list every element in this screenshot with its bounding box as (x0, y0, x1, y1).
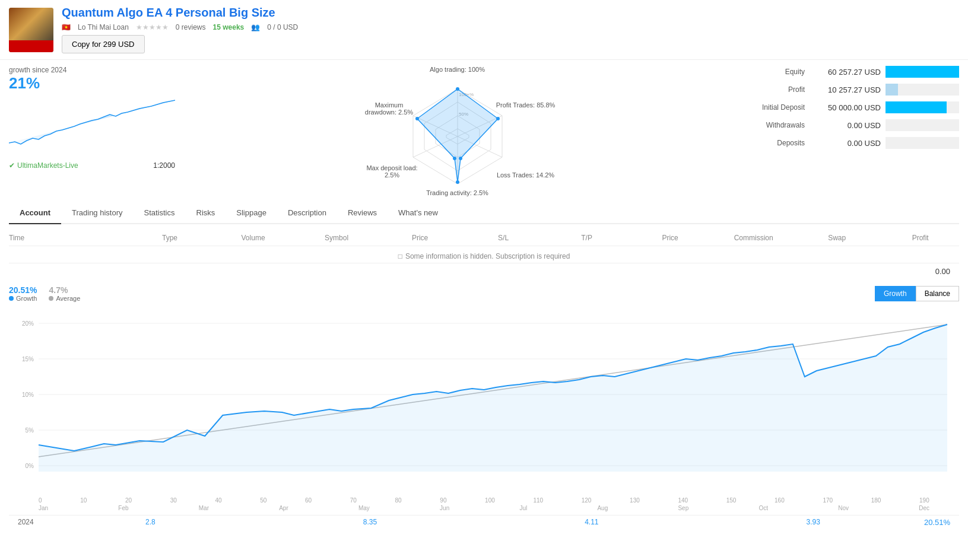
radar-chart: 50% 100+% (398, 83, 517, 190)
col-tp: T/P (548, 234, 626, 242)
col-price1: Price (381, 234, 459, 242)
withdrawals-bar-wrap (886, 119, 959, 131)
tab-trading-history[interactable]: Trading history (61, 202, 134, 224)
col-volume: Volume (214, 234, 292, 242)
growth-stat-label: Growth (9, 295, 37, 302)
footer-row: 2024 2.8 8.35 4.11 3.93 20.51% (9, 515, 959, 529)
footer-val-4: 3.93 (807, 518, 820, 527)
svg-marker-29 (39, 324, 947, 472)
equity-value: 60 257.27 USD (810, 68, 881, 77)
growth-dot (9, 296, 14, 301)
svg-point-16 (453, 157, 456, 160)
avg-dot (49, 296, 53, 301)
footer-val-1: 2.8 (145, 518, 155, 527)
col-price2: Price (631, 234, 709, 242)
managed-icon: 👥 (251, 23, 260, 31)
deposits-label: Deposits (740, 139, 805, 147)
svg-point-15 (456, 180, 459, 184)
svg-point-14 (459, 157, 462, 160)
author-name: Lo Thi Mai Loan (78, 23, 129, 31)
svg-text:5%: 5% (26, 427, 34, 434)
withdrawals-label: Withdrawals (740, 121, 805, 129)
initial-label: Initial Deposit (740, 103, 805, 112)
metric-initial: Initial Deposit 50 000.00 USD (740, 101, 959, 113)
footer-val-2: 8.35 (363, 518, 377, 527)
tab-description[interactable]: Description (277, 202, 337, 224)
tabs-container: Account Trading history Statistics Risks… (9, 202, 959, 224)
footer-val-3: 4.11 (585, 518, 598, 527)
page-title: Quantum Algo EA 4 Personal Big Size (62, 6, 959, 20)
avg-stat: 4.7% Average (49, 285, 80, 302)
growth-stat: 20.51% Growth (9, 285, 37, 302)
x-axis-numbers: 01020304050 60708090100110 1201301401501… (9, 497, 959, 504)
chart-buttons: Growth Balance (875, 286, 959, 301)
svg-point-17 (415, 117, 419, 120)
profit-bar-wrap (886, 84, 959, 96)
header-info: Quantum Algo EA 4 Personal Big Size 🇻🇳 L… (62, 6, 959, 53)
profit-bar (886, 84, 898, 96)
svg-point-12 (456, 87, 459, 91)
metric-deposits: Deposits 0.00 USD (740, 137, 959, 149)
balance-button[interactable]: Balance (916, 286, 959, 301)
avg-stat-label: Average (49, 295, 80, 302)
tab-slippage[interactable]: Slippage (226, 202, 277, 224)
tab-reviews[interactable]: Reviews (337, 202, 388, 224)
leverage-value: 1:2000 (153, 161, 175, 170)
svg-point-13 (496, 117, 500, 120)
copy-button[interactable]: Copy for 299 USD (62, 35, 145, 53)
col-swap: Swap (798, 234, 876, 242)
header-meta: 🇻🇳 Lo Thi Mai Loan ★★★★★ 0 reviews 15 we… (62, 23, 959, 31)
metric-equity: Equity 60 257.27 USD (740, 66, 959, 78)
growth-percent-value: 21% (9, 74, 175, 93)
growth-chart-svg: 20% 15% 10% 5% 0% (9, 306, 959, 495)
equity-label: Equity (740, 68, 805, 76)
tab-account[interactable]: Account (9, 202, 61, 224)
broker-info: ✔ UltimaMarkets-Live 1:2000 (9, 161, 175, 170)
col-type: Type (131, 234, 209, 242)
mini-chart (9, 96, 175, 155)
avatar (9, 8, 53, 52)
header: Quantum Algo EA 4 Personal Big Size 🇻🇳 L… (0, 0, 968, 60)
profit-value: 10 257.27 USD (810, 85, 881, 94)
metric-withdrawals: Withdrawals 0.00 USD (740, 119, 959, 131)
metric-profit: Profit 10 257.27 USD (740, 84, 959, 96)
col-symbol: Symbol (298, 234, 376, 242)
reviews-count: 0 reviews (176, 23, 206, 31)
growth-since-label: growth since 2024 (9, 66, 175, 74)
svg-text:10%: 10% (22, 392, 34, 398)
tab-risks[interactable]: Risks (186, 202, 226, 224)
check-icon: ✔ (9, 161, 15, 170)
hidden-info: Some information is hidden. Subscription… (9, 246, 959, 263)
tab-whats-new[interactable]: What's new (388, 202, 449, 224)
star-icons: ★★★★★ (136, 23, 169, 31)
footer-year: 2024 (18, 518, 42, 527)
footer-vals: 2.8 8.35 4.11 3.93 (42, 518, 924, 527)
radar-label-activity: Trading activity: 2.5% (426, 189, 488, 196)
chart-controls: 20.51% Growth 4.7% Average Growth Balanc… (9, 285, 959, 302)
table-header: Time Type Volume Symbol Price S/L T/P Pr… (9, 230, 959, 246)
initial-bar-wrap (886, 101, 959, 113)
avg-stat-value: 4.7% (49, 285, 80, 295)
col-commission: Commission (715, 234, 792, 242)
initial-bar (886, 101, 947, 113)
main-content: growth since 2024 21% ✔ UltimaMarkets-Li… (0, 60, 968, 202)
withdrawals-value: 0.00 USD (810, 121, 881, 130)
col-time: Time (9, 234, 125, 242)
weeks-badge: 15 weeks (213, 23, 245, 31)
equity-bar (886, 66, 959, 78)
table-section: Time Type Volume Symbol Price S/L T/P Pr… (0, 230, 968, 279)
growth-stat-value: 20.51% (9, 285, 37, 295)
broker-name: ✔ UltimaMarkets-Live (9, 161, 78, 170)
svg-marker-11 (417, 89, 498, 182)
managed-value: 0 / 0 USD (267, 23, 298, 31)
radar-panel: Algo trading: 100% Maximum drawdown: 2.5… (187, 66, 728, 196)
left-panel: growth since 2024 21% ✔ UltimaMarkets-Li… (9, 66, 175, 196)
tab-statistics[interactable]: Statistics (134, 202, 186, 224)
equity-bar-wrap (886, 66, 959, 78)
initial-value: 50 000.00 USD (810, 103, 881, 112)
col-sl: S/L (465, 234, 542, 242)
radar-label-algo: Algo trading: 100% (430, 66, 485, 73)
growth-button[interactable]: Growth (875, 286, 916, 301)
growth-chart-wrap: 20% 15% 10% 5% 0% 01020304050 6070809010… (9, 306, 959, 513)
deposits-bar-wrap (886, 137, 959, 149)
